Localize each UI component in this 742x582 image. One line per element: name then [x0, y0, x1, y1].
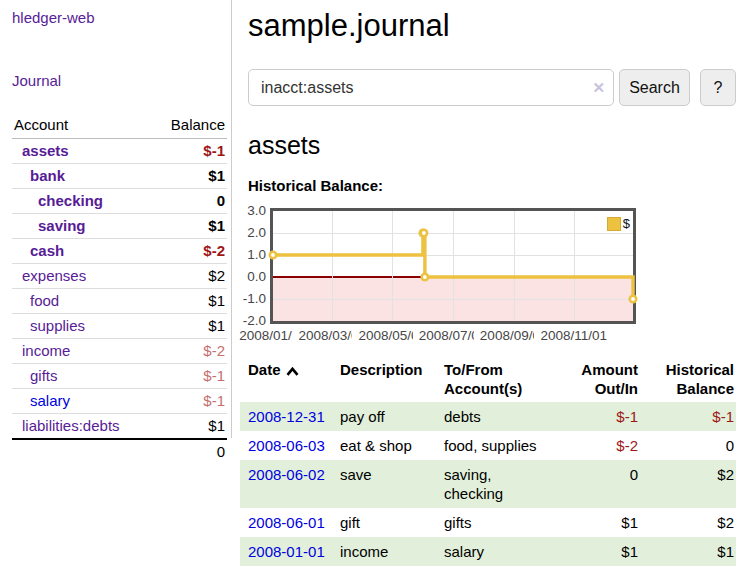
transaction-balance: $2 [640, 460, 736, 508]
sidebar-account-link[interactable]: saving [12, 217, 151, 234]
transaction-amount: $-2 [551, 431, 640, 460]
account-heading: assets [248, 131, 736, 160]
sidebar-account-link[interactable]: salary [12, 392, 151, 409]
search-input[interactable] [248, 69, 614, 106]
chart-y-axis-label: 3.0 [240, 203, 266, 219]
account-row: expenses$2 [12, 264, 227, 289]
chart-data-point [421, 230, 427, 236]
account-row: checking0 [12, 189, 227, 214]
sidebar-account-link[interactable]: cash [12, 242, 151, 259]
accounts-table: Account Balance assets$-1bank$1checking0… [12, 113, 227, 464]
transaction-date-link[interactable]: 2008-06-03 [248, 437, 325, 454]
transaction-amount: $1 [551, 537, 640, 566]
transaction-date-link[interactable]: 2008-06-02 [248, 466, 325, 483]
sort-ascending-icon [286, 367, 299, 376]
sidebar-item-journal[interactable]: Journal [12, 72, 231, 89]
account-row: gifts$-1 [12, 364, 227, 389]
page-title: sample.journal [248, 8, 736, 44]
accounts-total-spacer [12, 439, 151, 464]
transaction-accounts: debts [442, 402, 551, 431]
sidebar-account-link[interactable]: gifts [12, 367, 151, 384]
chart-y-axis-label: 1.0 [240, 247, 266, 263]
search-box: ✕ [248, 69, 614, 106]
account-balance: $-1 [151, 364, 227, 389]
search-button[interactable]: Search [619, 69, 690, 106]
transaction-balance: 0 [640, 431, 736, 460]
transaction-balance: $1 [640, 537, 736, 566]
account-balance: $1 [151, 414, 227, 440]
account-balance: $1 [151, 314, 227, 339]
chart-y-axis-label: -1.0 [240, 291, 266, 307]
chart-data-point [422, 274, 428, 280]
transaction-date-link[interactable]: 2008-06-01 [248, 514, 325, 531]
register-header-balance: Historical Balance [640, 357, 736, 402]
transaction-date-link[interactable]: 2008-12-31 [248, 408, 325, 425]
accounts-total-value: 0 [151, 439, 227, 464]
register-row: 2008-06-02savesaving, checking0$2 [240, 460, 736, 508]
clear-search-icon[interactable]: ✕ [592, 79, 605, 97]
balance-chart: $ 3.02.01.00.0-1.0-2.02008/01/012008/03/… [240, 201, 736, 343]
chart-plot-area[interactable]: $ [270, 208, 636, 324]
transaction-description: pay off [338, 402, 442, 431]
sidebar-account-link[interactable]: liabilities:debts [12, 417, 151, 434]
chart-data-point [630, 296, 636, 302]
account-balance: $1 [151, 164, 227, 189]
account-row: income$-2 [12, 339, 227, 364]
sidebar: hledger-web Journal Account Balance asse… [0, 0, 232, 438]
account-balance: $-2 [151, 339, 227, 364]
transaction-description: gift [338, 508, 442, 537]
transaction-description: eat & shop [338, 431, 442, 460]
transaction-accounts: salary [442, 537, 551, 566]
account-row: cash$-2 [12, 239, 227, 264]
help-button[interactable]: ? [700, 69, 736, 106]
sidebar-account-link[interactable]: supplies [12, 317, 151, 334]
account-balance: $-1 [151, 389, 227, 414]
account-balance: $1 [151, 289, 227, 314]
account-balance: $1 [151, 214, 227, 239]
account-balance: $2 [151, 264, 227, 289]
sidebar-account-link[interactable]: expenses [12, 267, 151, 284]
register-header-date[interactable]: Date [240, 357, 338, 402]
accounts-total-row: 0 [12, 439, 227, 464]
register-row: 2008-06-03eat & shopfood, supplies$-20 [240, 431, 736, 460]
sidebar-account-link[interactable]: assets [12, 142, 151, 159]
transaction-amount: $1 [551, 508, 640, 537]
transaction-amount: $-1 [551, 402, 640, 431]
main-content: sample.journal ✕ Search ? assets Histori… [240, 0, 736, 566]
account-row: saving$1 [12, 214, 227, 239]
account-balance: 0 [151, 189, 227, 214]
chart-x-axis-label: 2008/11/01 [534, 328, 614, 344]
sidebar-account-link[interactable]: checking [12, 192, 151, 209]
transaction-amount: 0 [551, 460, 640, 508]
accounts-header-balance: Balance [151, 113, 227, 139]
chart-data-point [270, 252, 276, 258]
account-row: assets$-1 [12, 139, 227, 164]
account-row: bank$1 [12, 164, 227, 189]
transaction-balance: $2 [640, 508, 736, 537]
account-balance: $-1 [151, 139, 227, 164]
chart-y-axis-label: 0.0 [240, 269, 266, 285]
transaction-accounts: food, supplies [442, 431, 551, 460]
register-header-amount: Amount Out/In [551, 357, 640, 402]
app-brand-link[interactable]: hledger-web [12, 9, 231, 26]
account-row: liabilities:debts$1 [12, 414, 227, 440]
sidebar-account-link[interactable]: bank [12, 167, 151, 184]
account-row: food$1 [12, 289, 227, 314]
register-header-description: Description [338, 357, 442, 402]
account-row: supplies$1 [12, 314, 227, 339]
register-row: 2008-12-31pay offdebts$-1$-1 [240, 402, 736, 431]
chart-y-axis-label: -2.0 [240, 313, 266, 329]
register-row: 2008-06-01giftgifts$1$2 [240, 508, 736, 537]
transaction-accounts: gifts [442, 508, 551, 537]
hledger-web-page: hledger-web Journal Account Balance asse… [0, 0, 742, 582]
accounts-header-account: Account [12, 113, 151, 139]
sidebar-account-link[interactable]: food [12, 292, 151, 309]
transaction-date-link[interactable]: 2008-01-01 [248, 543, 325, 560]
chart-series-line [273, 211, 633, 321]
sidebar-account-link[interactable]: income [12, 342, 151, 359]
chart-y-axis-label: 2.0 [240, 225, 266, 241]
account-row: salary$-1 [12, 389, 227, 414]
accounts-header-row: Account Balance [12, 113, 227, 139]
transaction-accounts: saving, checking [442, 460, 551, 508]
transaction-description: income [338, 537, 442, 566]
